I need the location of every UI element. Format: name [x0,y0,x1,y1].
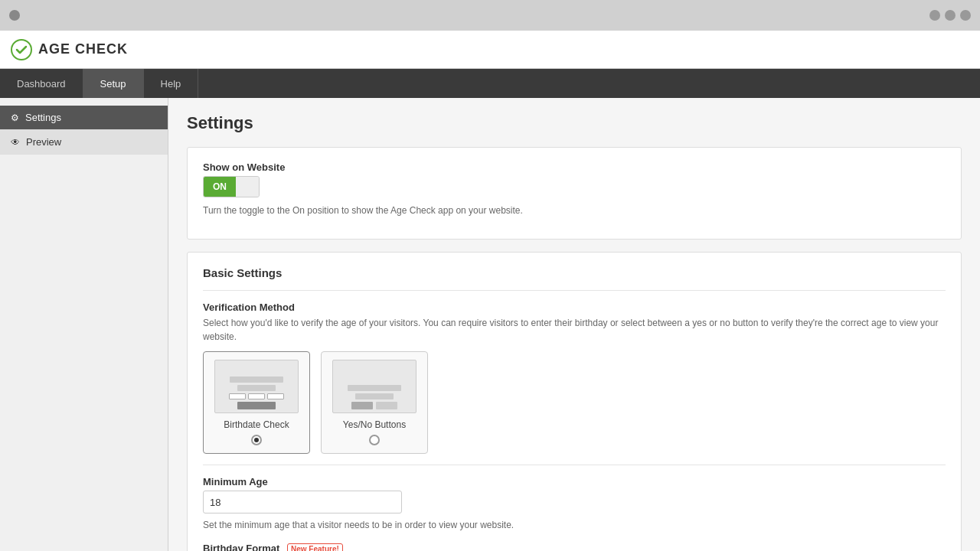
preview-bar-2 [237,385,276,391]
min-age-input[interactable] [203,491,402,514]
checkmark-icon [15,44,28,56]
toggle-container: ON [203,176,946,197]
sidebar-item-settings[interactable]: ⚙ Settings [0,106,168,130]
preview-yes-btn [351,402,373,409]
preview-field-yyyy [267,393,284,399]
preview-fields [229,393,284,399]
nav-tab-setup[interactable]: Setup [83,69,144,98]
yesno-radio[interactable] [369,435,380,445]
show-on-website-label: Show on Website [203,161,946,173]
preview-field-dd [248,393,265,399]
verif-method-label: Verification Method [203,302,946,313]
on-off-toggle[interactable]: ON [203,176,260,197]
toggle-on: ON [204,177,236,197]
top-bar-left [9,10,20,21]
birthdate-radio[interactable] [251,435,262,445]
preview-field-mm [229,393,246,399]
show-on-website-section: Show on Website ON Turn the toggle to th… [187,147,962,240]
show-on-website-desc: Turn the toggle to the On position to sh… [203,204,946,217]
logo-text: AGE CHECK [38,41,128,57]
logo-icon [11,39,32,60]
verif-cards: Birthdate Check Yes/No [203,351,946,454]
divider-2 [203,465,946,465]
traffic-light-1 [929,10,940,21]
top-bar-right [929,10,971,21]
preview-bar-1 [230,377,283,383]
divider-1 [203,290,946,291]
birthdate-preview [214,360,299,413]
nav-tab-dashboard[interactable]: Dashboard [0,69,83,98]
verif-card-birthdate[interactable]: Birthdate Check [203,351,310,454]
basic-settings-section: Basic Settings Verification Method Selec… [187,252,962,551]
main-layout: ⚙ Settings 👁 Preview Settings Show on We… [0,98,980,551]
nav-tab-help[interactable]: Help [144,69,199,98]
toggle-off [236,177,259,197]
verification-method-group: Verification Method Select how you'd lik… [203,302,946,454]
sidebar-item-settings-label: Settings [25,112,61,123]
min-age-desc: Set the minimum age that a visitor needs… [203,518,946,532]
verif-method-desc: Select how you'd like to verify the age … [203,316,946,344]
traffic-light-3 [960,10,971,21]
logo-area: AGE CHECK [11,39,128,60]
sidebar: ⚙ Settings 👁 Preview [0,98,168,551]
settings-icon: ⚙ [11,112,19,123]
yesno-preview [332,360,416,413]
minimum-age-group: Minimum Age Set the minimum age that a v… [203,476,946,532]
preview-icon: 👁 [11,137,20,148]
birthdate-card-label: Birthdate Check [224,419,289,430]
header: AGE CHECK [0,31,980,69]
traffic-light-2 [945,10,956,21]
min-age-label: Minimum Age [203,476,946,487]
top-bar [0,0,980,31]
preview-submit-btn [237,402,276,409]
preview-yesno-btns [351,402,397,409]
sidebar-item-preview[interactable]: 👁 Preview [0,130,168,155]
preview-bar-3 [348,385,401,391]
new-feature-badge: New Feature! [287,543,343,551]
verif-card-yesno[interactable]: Yes/No Buttons [321,351,428,454]
basic-settings-title: Basic Settings [203,266,946,279]
preview-no-btn [376,402,397,409]
preview-bar-4 [355,393,394,399]
birthday-format-group: Birthday Format New Feature! MM DD YYYY … [203,543,946,551]
traffic-light-close [9,10,20,21]
sidebar-item-preview-label: Preview [26,136,61,148]
nav-bar: Dashboard Setup Help [0,69,980,98]
page-title: Settings [187,113,962,133]
birthday-format-label: Birthday Format New Feature! [203,543,946,551]
yesno-card-label: Yes/No Buttons [343,419,406,430]
content-area: Settings Show on Website ON Turn the tog… [168,98,980,551]
